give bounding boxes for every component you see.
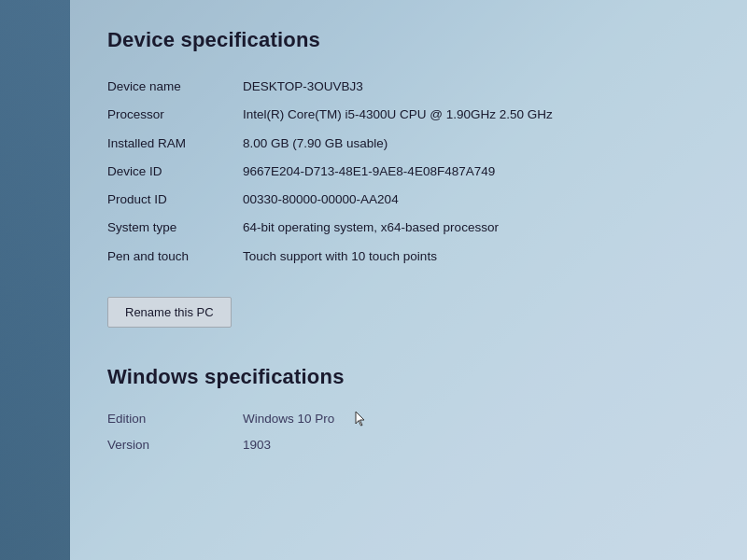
table-row: Pen and touchTouch support with 10 touch… <box>107 243 710 271</box>
spec-value: 00330-80000-00000-AA204 <box>243 186 710 214</box>
spec-label: System type <box>107 214 243 242</box>
rename-pc-button[interactable]: Rename this PC <box>107 297 232 328</box>
spec-label: Device ID <box>107 158 243 186</box>
spec-label: Pen and touch <box>107 243 243 271</box>
spec-label: Version <box>107 432 243 458</box>
table-row: ProcessorIntel(R) Core(TM) i5-4300U CPU … <box>107 101 710 129</box>
windows-spec-table: EditionWindows 10 ProVersion1903 <box>107 406 710 459</box>
table-row: Version1903 <box>107 432 710 458</box>
device-section-title: Device specifications <box>107 28 710 52</box>
spec-label: Processor <box>107 101 243 129</box>
spec-value: 8.00 GB (7.90 GB usable) <box>243 130 710 158</box>
table-row: System type64-bit operating system, x64-… <box>107 214 710 242</box>
spec-label: Product ID <box>107 186 243 214</box>
spec-value: Windows 10 Pro <box>243 406 710 432</box>
table-row: Device nameDESKTOP-3OUVBJ3 <box>107 73 710 101</box>
table-row: Installed RAM8.00 GB (7.90 GB usable) <box>107 130 710 158</box>
table-row: Device ID9667E204-D713-48E1-9AE8-4E08F48… <box>107 158 710 186</box>
spec-value: 9667E204-D713-48E1-9AE8-4E08F487A749 <box>243 158 710 186</box>
spec-value: 1903 <box>243 432 710 458</box>
spec-value: 64-bit operating system, x64-based proce… <box>243 214 710 242</box>
spec-label: Device name <box>107 73 243 101</box>
device-spec-table: Device nameDESKTOP-3OUVBJ3ProcessorIntel… <box>107 73 710 271</box>
spec-value: Intel(R) Core(TM) i5-4300U CPU @ 1.90GHz… <box>243 101 710 129</box>
spec-label: Installed RAM <box>107 130 243 158</box>
windows-section-title: Windows specifications <box>107 365 710 389</box>
spec-label: Edition <box>107 406 243 432</box>
main-content: Device specifications Device nameDESKTOP… <box>70 0 747 560</box>
spec-value: DESKTOP-3OUVBJ3 <box>243 73 710 101</box>
table-row: EditionWindows 10 Pro <box>107 406 710 432</box>
spec-value: Touch support with 10 touch points <box>243 243 710 271</box>
table-row: Product ID00330-80000-00000-AA204 <box>107 186 710 214</box>
left-sidebar <box>0 0 70 560</box>
